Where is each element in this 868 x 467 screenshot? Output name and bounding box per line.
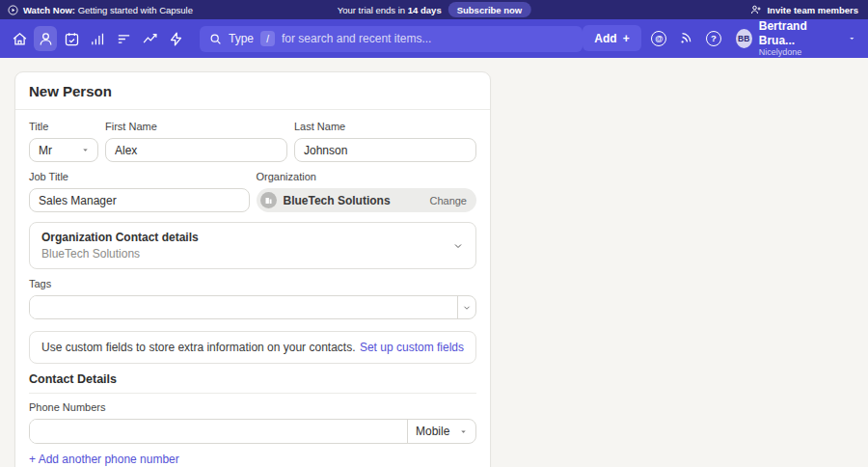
nav-pipeline[interactable] [86,26,109,51]
at-icon: @ [651,31,666,46]
nav-projects[interactable] [112,26,135,51]
contact-details-heading: Contact Details [29,372,476,386]
caret-down-icon [459,427,468,436]
page-title: New Person [15,72,490,110]
phone-numbers-label: Phone Numbers [29,401,476,413]
first-name-label: First Name [105,121,287,132]
add-another-phone-link[interactable]: + Add another phone number [29,453,179,466]
announcement-bar: Watch Now: Getting started with Capsule … [0,0,868,19]
add-button[interactable]: Add+ [583,25,640,51]
new-person-form-card: New Person Title Mr First Name Last Name [14,71,491,467]
last-name-field[interactable] [294,138,476,162]
person-icon [38,31,54,47]
nav-analytics[interactable] [138,26,161,51]
job-title-field[interactable] [29,188,250,212]
title-label: Title [29,121,98,132]
chevron-down-icon [452,240,464,252]
tags-input[interactable] [30,296,457,318]
organization-label: Organization [257,171,477,182]
custom-fields-text: Use custom fields to store extra informa… [41,341,355,354]
change-organization-button[interactable]: Change [429,195,467,206]
divider [29,393,476,394]
person-plus-icon [750,4,762,15]
avatar: BB [736,29,752,48]
organization-name: BlueTech Solutions [284,194,423,207]
subscribe-now-button[interactable]: Subscribe now [448,2,531,17]
filter-lines-icon [116,31,132,47]
bar-chart-icon [90,31,106,47]
lightning-icon [168,31,184,47]
watch-now-link[interactable]: Watch Now: Getting started with Capsule [0,5,193,15]
caret-down-icon [81,146,90,154]
watch-now-text: Getting started with Capsule [78,5,193,15]
trial-countdown: Your trial ends in 14 days [338,5,442,15]
job-title-label: Job Title [29,171,250,182]
building-icon [260,192,277,208]
user-menu[interactable]: BB Bertrand Brua... Nicelydone [736,19,856,58]
global-search-input[interactable]: Type / for search and recent items... [200,26,583,52]
set-up-custom-fields-link[interactable]: Set up custom fields [360,341,464,354]
watch-now-label: Watch Now: [23,5,75,15]
phone-number-input[interactable] [30,420,407,443]
user-name: Bertrand Brua... [759,19,834,47]
invite-team-members-button[interactable]: Invite team members [750,4,868,15]
chevron-down-icon [462,303,472,313]
org-contact-title: Organization Contact details [41,231,199,244]
last-name-label: Last Name [294,121,476,132]
home-icon [12,31,28,47]
play-icon [8,5,18,15]
custom-fields-notice: Use custom fields to store extra informa… [29,331,476,364]
main-content: New Person Title Mr First Name Last Name [0,58,868,467]
trend-line-icon [142,31,158,47]
title-select[interactable]: Mr [29,138,98,162]
search-placeholder: for search and recent items... [282,32,431,45]
search-type-label: Type [229,32,254,45]
calendar-check-icon [64,31,80,47]
organization-contact-details-toggle[interactable]: Organization Contact details BlueTech So… [29,222,476,269]
chevron-down-icon [848,34,856,43]
broadcast-icon [678,30,694,46]
plus-icon: + [623,32,630,45]
nav-home[interactable] [8,26,31,51]
main-navbar: Type / for search and recent items... Ad… [0,19,868,58]
help-button[interactable]: ? [704,28,722,49]
nav-people[interactable] [34,26,57,51]
user-account-name: Nicelydone [759,47,834,58]
tags-dropdown-button[interactable] [457,296,475,318]
slash-key-badge: / [260,31,275,46]
organization-chip: BlueTech Solutions Change [257,188,477,212]
phone-type-select[interactable]: Mobile [407,420,475,443]
tags-label: Tags [29,278,476,289]
broadcast-button[interactable] [677,28,695,49]
search-icon [209,33,222,45]
nav-calendar[interactable] [60,26,83,51]
help-icon: ? [706,31,721,46]
mentions-button[interactable]: @ [650,28,668,49]
nav-automation[interactable] [164,26,187,51]
org-contact-subtitle: BlueTech Solutions [41,247,199,261]
first-name-field[interactable] [105,138,287,162]
